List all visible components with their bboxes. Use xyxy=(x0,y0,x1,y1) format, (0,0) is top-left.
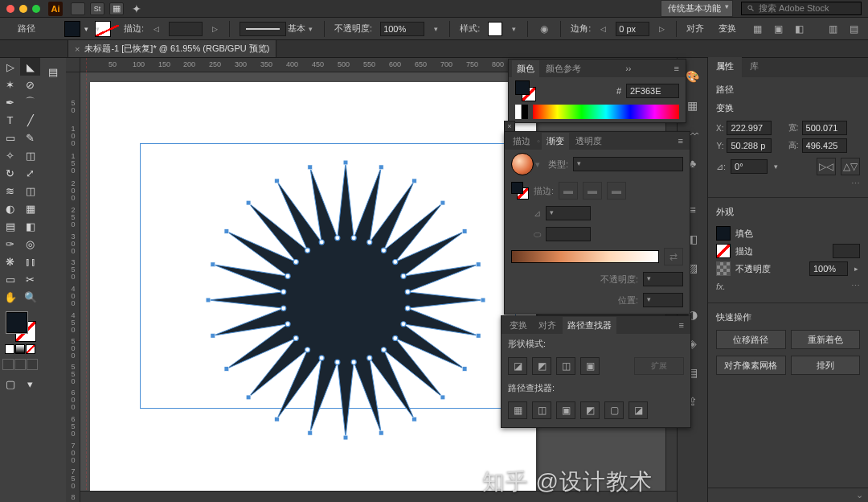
stroke-weight-prop[interactable] xyxy=(833,244,860,258)
ruler-vertical[interactable]: 5010015020025030035040045050055060065070… xyxy=(66,72,80,502)
draw-normal[interactable] xyxy=(2,359,14,370)
bridge-icon[interactable] xyxy=(71,2,85,15)
screen-mode[interactable]: ▢ xyxy=(0,375,20,393)
stroke-weight-input[interactable] xyxy=(169,22,203,36)
draw-inside[interactable] xyxy=(27,359,38,370)
stroke-swatch[interactable] xyxy=(95,21,111,37)
ruler-origin[interactable] xyxy=(66,58,80,72)
bw-ramp[interactable] xyxy=(515,105,528,119)
edit-content-icon[interactable]: ◧ xyxy=(792,23,805,35)
gradient-preview[interactable] xyxy=(511,153,534,175)
opacity-input[interactable] xyxy=(380,22,424,36)
stroke-weight-down[interactable]: ◁ xyxy=(152,25,161,33)
color-panel-menu-icon[interactable]: ≡ xyxy=(671,64,682,73)
slice-tool[interactable]: ✂ xyxy=(20,270,40,288)
corner-down[interactable]: ◁ xyxy=(599,25,608,33)
arrange-docs-icon[interactable]: ▦ xyxy=(109,2,124,15)
scale-tool[interactable]: ⤢ xyxy=(20,164,40,182)
maximize-window[interactable] xyxy=(32,5,40,13)
panel-dock-icon[interactable]: ▤ xyxy=(847,23,860,35)
h-input[interactable] xyxy=(802,138,847,153)
workspace-selector[interactable]: 传统基本功能 xyxy=(661,0,733,17)
more-options[interactable]: ⋯ xyxy=(716,179,860,189)
gpu-icon[interactable]: ✦ xyxy=(132,2,141,15)
edit-mask-icon[interactable]: ▣ xyxy=(772,23,784,35)
angle-input[interactable] xyxy=(731,159,768,174)
panel-options-icon[interactable]: ▥ xyxy=(826,23,839,35)
unite-icon[interactable]: ◪ xyxy=(508,357,527,375)
y-input[interactable] xyxy=(727,138,772,153)
brush-profile[interactable] xyxy=(240,22,286,36)
corner-up[interactable]: ▷ xyxy=(657,25,666,33)
intersect-icon[interactable]: ◫ xyxy=(556,357,575,375)
zoom-tool[interactable]: 🔍 xyxy=(20,288,40,306)
spectrum[interactable] xyxy=(533,105,679,119)
solid-color-mode[interactable] xyxy=(5,344,14,354)
fill-stroke-swatches[interactable] xyxy=(3,309,37,343)
minus-front-icon[interactable]: ◩ xyxy=(532,357,551,375)
shape-builder-tool[interactable]: ◐ xyxy=(0,200,20,217)
selection-tool[interactable]: ▷ xyxy=(0,58,20,76)
none-mode[interactable] xyxy=(26,344,35,354)
stroke-weight-up[interactable]: ▷ xyxy=(211,25,219,33)
pen-tool[interactable]: ✒ xyxy=(0,93,20,111)
fill-color[interactable] xyxy=(6,312,27,333)
gradient-mode[interactable] xyxy=(15,344,25,354)
gradient-panel[interactable]: × 描边 ◦ 渐变 透明度 ≡ ▾ 类型: 描边: ▬ ▬ ▬ ⊿ ⬭ ⇄ xyxy=(504,131,690,315)
artboards-icon[interactable]: ▤ xyxy=(43,63,63,80)
symbol-sprayer-tool[interactable]: ❋ xyxy=(0,253,20,270)
line-tool[interactable]: ╱ xyxy=(20,111,40,129)
offset-path-button[interactable]: 位移路径 xyxy=(716,330,786,349)
close-window[interactable] xyxy=(6,5,14,13)
hex-input[interactable] xyxy=(626,84,679,98)
lasso-tool[interactable]: ⊘ xyxy=(20,76,40,93)
tab-properties[interactable]: 属性 xyxy=(708,57,742,77)
change-screen[interactable]: ▾ xyxy=(20,375,40,393)
exclude-icon[interactable]: ▣ xyxy=(580,357,600,375)
scroll-indicator[interactable]: ⌄ xyxy=(708,488,868,502)
column-graph-tool[interactable]: ⫿⫿ xyxy=(20,253,40,270)
stroke-swatch-prop[interactable] xyxy=(716,244,731,258)
minimize-window[interactable] xyxy=(19,5,27,13)
flip-v-icon[interactable]: △▽ xyxy=(841,158,860,175)
pathfinder-panel[interactable]: 变换 对齐 路径查找器 ≡ 形状模式: ◪ ◩ ◫ ▣ 扩展 路径查找器: ▦ … xyxy=(501,315,691,428)
graphic-style-swatch[interactable] xyxy=(488,22,502,36)
tab-color-guide[interactable]: 颜色参考 xyxy=(541,60,586,77)
pathfinder-menu-icon[interactable]: ≡ xyxy=(676,320,687,330)
tab-align[interactable]: 对齐 xyxy=(534,317,561,334)
color-panel-collapse-icon[interactable]: ›› xyxy=(622,64,634,73)
eyedropper-tool[interactable]: ✑ xyxy=(0,235,20,253)
tab-transparency[interactable]: 透明度 xyxy=(571,133,607,150)
shaper-tool[interactable]: ✧ xyxy=(0,146,20,164)
pixel-align-button[interactable]: 对齐像素网格 xyxy=(716,356,786,375)
rectangle-tool[interactable]: ▭ xyxy=(0,129,20,146)
gradient-panel-menu-icon[interactable]: ≡ xyxy=(675,136,686,146)
curvature-tool[interactable]: ⌒ xyxy=(20,93,40,111)
tab-pathfinder[interactable]: 路径查找器 xyxy=(563,317,616,334)
minus-back-icon[interactable]: ◪ xyxy=(628,401,648,419)
close-tab-icon[interactable]: × xyxy=(75,44,80,54)
draw-behind[interactable] xyxy=(14,359,26,370)
recolor-button[interactable]: 重新着色 xyxy=(791,330,861,349)
fill-swatch-prop[interactable] xyxy=(716,226,731,241)
rotate-tool[interactable]: ↻ xyxy=(0,164,20,182)
blend-tool[interactable]: ◎ xyxy=(20,235,40,253)
crop-icon[interactable]: ◩ xyxy=(580,401,600,419)
adobe-stock-search[interactable]: 搜索 Adobe Stock xyxy=(741,2,862,15)
starburst-artwork[interactable] xyxy=(193,147,498,453)
paintbrush-tool[interactable]: ✎ xyxy=(20,129,40,146)
type-tool[interactable]: T xyxy=(0,111,20,129)
direct-selection-tool[interactable]: ◣ xyxy=(20,58,40,76)
document-tab[interactable]: × 未标题-1 [已恢复]* @ 61.95% (RGB/GPU 预览) xyxy=(68,39,276,57)
artboard-tool[interactable]: ▭ xyxy=(0,270,20,288)
fx-button[interactable]: fx. xyxy=(716,282,726,291)
trim-icon[interactable]: ◫ xyxy=(532,401,551,419)
tab-gradient[interactable]: 渐变 xyxy=(542,133,569,150)
gradient-slider[interactable] xyxy=(511,250,659,263)
corner-input[interactable] xyxy=(616,22,649,36)
recolor-icon[interactable]: ◉ xyxy=(538,23,551,35)
arrange-button[interactable]: 排列 xyxy=(791,356,861,375)
opacity-prop-input[interactable] xyxy=(809,261,848,276)
width-tool[interactable]: ≋ xyxy=(0,182,20,200)
perspective-grid-tool[interactable]: ▦ xyxy=(20,200,40,217)
